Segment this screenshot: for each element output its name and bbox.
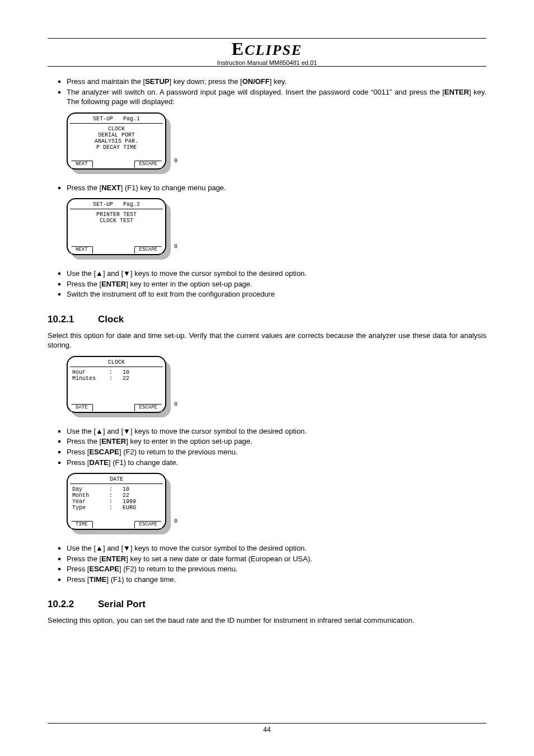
lcd-title-right: Pag.2 — [123, 201, 140, 208]
bullets-after3: Use the [▲] and [▼] keys to move the cur… — [48, 426, 486, 467]
content-body: Press and maintain the [SETUP] key down;… — [48, 77, 486, 626]
lcd-next-button[interactable]: NEXT — [71, 161, 93, 168]
serial-paragraph: Selecting this option, you can set the b… — [48, 616, 486, 626]
page-number: 44 — [0, 726, 534, 734]
bullet-item: Press [TIME] (F1) to change time. — [67, 575, 486, 585]
page-header: EECLIPSECLIPSE Instruction Manual MM8504… — [48, 38, 486, 67]
bullets-next: Press the [NEXT] (F1) key to change menu… — [48, 183, 486, 193]
bullet-item: Switch the instrument off to exit from t… — [67, 289, 486, 299]
lcd-escape-button[interactable]: ESCAPE — [134, 246, 162, 253]
lcd-title-left: SET-UP — [93, 116, 113, 122]
section-heading-clock: 10.2.1Clock — [48, 314, 486, 325]
section-heading-serial: 10.2.2Serial Port — [48, 599, 486, 610]
lcd-zero-mark: 0 — [174, 158, 177, 164]
lcd-screen-setup-pag2: SET-UP Pag.2 PRINTER TEST CLOCK TEST NEX… — [67, 198, 173, 262]
lcd-title-right: Pag.1 — [123, 116, 140, 122]
lcd-zero-mark: 0 — [174, 401, 177, 407]
bullet-item: The analyzer will switch on. A password … — [67, 87, 486, 107]
header-subtitle: Instruction Manual MM850481 ed.01 — [48, 59, 486, 67]
lcd-date-button[interactable]: DATE — [71, 404, 93, 411]
bullet-item: Press [ESCAPE] (F2) to return to the pre… — [67, 447, 486, 457]
lcd-zero-mark: 0 — [174, 518, 177, 524]
lcd-title-left: SET-UP — [93, 201, 113, 208]
bullet-item: Press the [ENTER] key to enter in the op… — [67, 279, 486, 289]
bullet-item: Press the [ENTER] key to enter in the op… — [67, 436, 486, 447]
clock-paragraph: Select this option for date and time set… — [48, 331, 486, 350]
lcd-body: CLOCK SERIAL PORT ANALYSIS PAR. P DECAY … — [72, 125, 161, 161]
bullet-item: Use the [▲] and [▼] keys to move the cur… — [67, 543, 486, 553]
bullets-after2: Use the [▲] and [▼] keys to move the cur… — [48, 269, 486, 299]
bullet-item: Use the [▲] and [▼] keys to move the cur… — [67, 426, 486, 436]
bullet-item: Press [DATE] (F1) to change date. — [67, 458, 486, 468]
page-footer: 44 — [0, 723, 534, 734]
lcd-title: DATE — [70, 476, 163, 484]
lcd-screen-date: DATE Day : 10 Month : 22 Year : 1999 Typ… — [67, 473, 173, 537]
bullet-item: Press [ESCAPE] (F2) to return to the pre… — [67, 564, 486, 574]
lcd-screen-clock: CLOCK Hour : 10 Minutes : 22 DATE ESCAPE… — [67, 356, 173, 420]
lcd-escape-button[interactable]: ESCAPE — [134, 521, 162, 528]
lcd-next-button[interactable]: NEXT — [71, 246, 93, 253]
lcd-body: Day : 10 Month : 22 Year : 1999 Type : E… — [72, 485, 161, 521]
bullet-item: Press the [NEXT] (F1) key to change menu… — [67, 183, 486, 193]
lcd-zero-mark: 0 — [174, 243, 177, 250]
lcd-screen-setup-pag1: SET-UP Pag.1 CLOCK SERIAL PORT ANALYSIS … — [67, 112, 173, 176]
lcd-body: Hour : 10 Minutes : 22 — [72, 368, 161, 404]
lcd-escape-button[interactable]: ESCAPE — [134, 161, 162, 168]
lcd-time-button[interactable]: TIME — [71, 521, 93, 528]
bullet-item: Use the [▲] and [▼] keys to move the cur… — [67, 269, 486, 279]
lcd-title: CLOCK — [70, 359, 163, 367]
bullets-after4: Use the [▲] and [▼] keys to move the cur… — [48, 543, 486, 584]
lcd-escape-button[interactable]: ESCAPE — [134, 404, 162, 411]
bullet-item: Press the [ENTER] key to set a new date … — [67, 554, 486, 564]
brand-logo: EECLIPSECLIPSE — [48, 39, 486, 59]
lcd-body: PRINTER TEST CLOCK TEST — [72, 210, 161, 246]
intro-bullets: Press and maintain the [SETUP] key down;… — [48, 77, 486, 107]
bullet-item: Press and maintain the [SETUP] key down;… — [67, 77, 486, 87]
